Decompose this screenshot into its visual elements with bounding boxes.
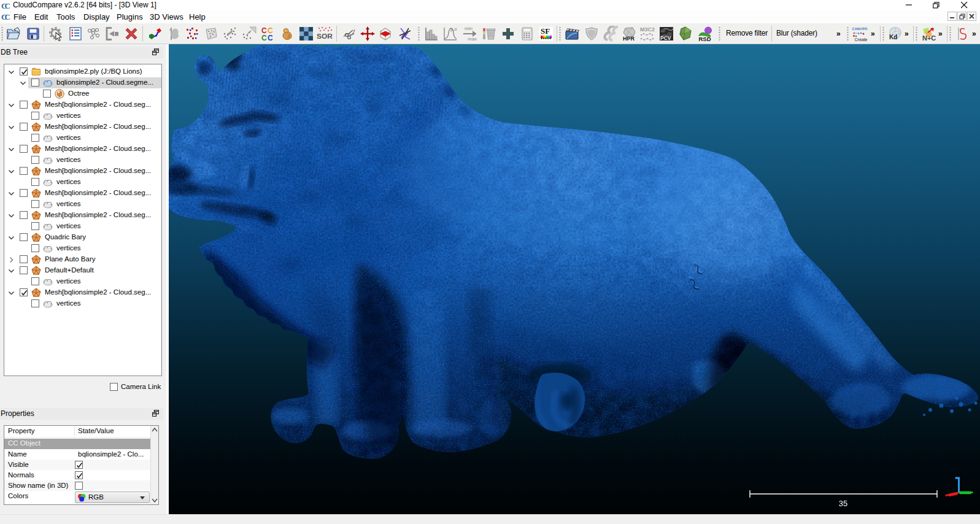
toolbar-remove-filter-button[interactable]: Remove filter bbox=[726, 29, 768, 37]
menu-help[interactable]: Help bbox=[189, 12, 206, 21]
toolbar-overflow-chevron[interactable]: » bbox=[972, 29, 976, 38]
toolbar-overflow-chevron[interactable]: » bbox=[938, 29, 942, 38]
toolbar-clone-button[interactable] bbox=[147, 26, 163, 42]
viewport-3d[interactable]: 35 bbox=[169, 44, 980, 514]
tree-row[interactable]: vertices bbox=[4, 155, 161, 166]
toolbar-overflow-chevron[interactable]: » bbox=[905, 29, 908, 38]
tree-expander-icon[interactable] bbox=[20, 80, 26, 88]
toolbar-pick-rotation-center-button[interactable] bbox=[48, 26, 64, 42]
toolbar-fine-registration-button[interactable] bbox=[222, 26, 238, 42]
tree-checkbox[interactable] bbox=[31, 200, 39, 208]
tree-expander-icon[interactable] bbox=[8, 290, 15, 298]
toolbar-delete-scalar-field-button[interactable] bbox=[481, 26, 497, 42]
tree-checkbox[interactable] bbox=[20, 266, 28, 274]
tree-row[interactable]: vertices bbox=[4, 133, 161, 144]
tree-row[interactable]: vertices bbox=[4, 276, 161, 287]
scroll-up-icon[interactable] bbox=[152, 428, 158, 432]
toolbar-blur-shader-button[interactable]: Blur (shader) bbox=[776, 29, 817, 37]
toolbar-translate-rotate-button[interactable] bbox=[360, 26, 376, 42]
properties-float-icon[interactable] bbox=[152, 410, 159, 418]
scroll-down-icon[interactable] bbox=[152, 498, 158, 503]
toolbar-toggle-console-button[interactable] bbox=[68, 26, 83, 42]
toolbar-canupo-create-button[interactable]: CANUPOCreate bbox=[852, 26, 868, 42]
toolbar-rsd-button[interactable]: RSD bbox=[697, 26, 713, 42]
toolbar-apply-transformation-button[interactable] bbox=[104, 26, 120, 42]
tree-checkbox[interactable] bbox=[20, 145, 28, 153]
toolbar-raise-flag-button[interactable] bbox=[166, 26, 182, 42]
restore-button[interactable] bbox=[929, 0, 943, 10]
tree-checkbox[interactable] bbox=[20, 255, 28, 263]
tree-row[interactable]: Mesh[bqlionsimple2 - Cloud.seg... bbox=[4, 99, 161, 110]
toolbar-clipping-box-button[interactable] bbox=[377, 26, 393, 42]
toolbar-smooth-ss-button[interactable] bbox=[602, 26, 618, 42]
property-checkbox[interactable] bbox=[75, 471, 83, 479]
toolbar-s-curve-button[interactable] bbox=[954, 26, 970, 42]
tree-expander-icon[interactable] bbox=[8, 212, 15, 220]
tree-expander-icon[interactable] bbox=[8, 102, 15, 110]
tree-checkbox[interactable] bbox=[31, 222, 39, 230]
tree-checkbox[interactable] bbox=[20, 167, 28, 175]
tree-row[interactable]: Default+Default bbox=[4, 265, 161, 276]
toolbar-shield-button[interactable] bbox=[584, 26, 600, 42]
tree-row[interactable]: Mesh[bqlionsimple2 - Cloud.seg... bbox=[4, 287, 161, 298]
tree-row[interactable]: vertices bbox=[4, 298, 161, 309]
toolbar-segment-button[interactable] bbox=[397, 26, 413, 42]
tree-expander-icon[interactable] bbox=[8, 190, 15, 198]
mdi-close-button[interactable] bbox=[967, 12, 976, 21]
toolbar-cross-section-button[interactable] bbox=[341, 26, 357, 42]
toolbar-delete-button[interactable] bbox=[123, 26, 139, 42]
tree-expander-icon[interactable] bbox=[8, 124, 15, 132]
tree-row[interactable]: Quadric Bary bbox=[4, 232, 161, 243]
tree-row[interactable]: Mesh[bqlionsimple2 - Cloud.seg... bbox=[4, 144, 161, 155]
toolbar-open-button[interactable] bbox=[6, 26, 21, 42]
tree-checkbox[interactable] bbox=[20, 123, 28, 131]
toolbar-pcv-button[interactable]: PCV bbox=[658, 26, 674, 42]
menu-edit[interactable]: Edit bbox=[34, 12, 48, 21]
toolbar-animation-button[interactable] bbox=[564, 26, 580, 42]
tree-checkbox[interactable] bbox=[20, 101, 28, 109]
toolbar-kd-tree-button[interactable]: Kd bbox=[887, 26, 903, 42]
toolbar-sor-filter-button[interactable]: SOR bbox=[317, 26, 333, 42]
db-tree-float-icon[interactable] bbox=[152, 48, 159, 57]
toolbar-chunk-button[interactable] bbox=[298, 26, 314, 42]
tree-checkbox[interactable] bbox=[31, 178, 39, 186]
camera-link-checkbox[interactable] bbox=[110, 383, 118, 391]
tree-checkbox[interactable] bbox=[31, 244, 39, 252]
toolbar-align-button[interactable] bbox=[241, 26, 257, 42]
tree-row[interactable]: Mesh[bqlionsimple2 - Cloud.seg... bbox=[4, 166, 161, 177]
toolbar-show-scalar-field-button[interactable]: SF bbox=[538, 26, 554, 42]
tree-checkbox[interactable] bbox=[20, 67, 28, 75]
tree-checkbox[interactable] bbox=[31, 299, 39, 307]
toolbar-normals-compute-button[interactable]: N+C bbox=[920, 26, 936, 42]
property-checkbox[interactable] bbox=[75, 482, 83, 490]
tree-row[interactable]: Mesh[bqlionsimple2 - Cloud.seg... bbox=[4, 121, 161, 133]
tree-row[interactable]: vertices bbox=[4, 199, 161, 210]
tree-row[interactable]: Mesh[bqlionsimple2 - Cloud.seg... bbox=[4, 210, 161, 221]
tree-row[interactable]: bqlionsimple2.ply (J:/BQ Lions) bbox=[4, 66, 161, 77]
tree-row[interactable]: bqlionsimple2 - Cloud.segme... bbox=[4, 77, 161, 88]
property-checkbox[interactable] bbox=[75, 461, 83, 469]
colors-dropdown[interactable]: RGB bbox=[75, 491, 150, 503]
menu-display[interactable]: Display bbox=[83, 12, 110, 21]
toolbar-m3c2-button[interactable]: M3C2 bbox=[639, 26, 655, 42]
tree-checkbox[interactable] bbox=[20, 233, 28, 241]
toolbar-minmax-scale-button[interactable]: minmax bbox=[461, 26, 477, 42]
tree-row[interactable]: Plane Auto Bary bbox=[4, 254, 161, 265]
menu-file[interactable]: File bbox=[14, 12, 26, 21]
toolbar-subsample-button[interactable] bbox=[184, 26, 200, 42]
mdi-minimize-button[interactable] bbox=[947, 12, 957, 21]
toolbar-histogram-button[interactable] bbox=[423, 26, 439, 42]
tree-checkbox[interactable] bbox=[43, 90, 51, 98]
tree-row[interactable]: Mesh[bqlionsimple2 - Cloud.seg... bbox=[4, 188, 161, 199]
tree-checkbox[interactable] bbox=[20, 211, 28, 219]
toolbar-gaussian-filter-button[interactable]: μ,σ bbox=[442, 26, 458, 42]
mdi-restore-button[interactable] bbox=[957, 12, 966, 21]
tree-expander-icon[interactable] bbox=[8, 256, 15, 264]
tree-expander-icon[interactable] bbox=[8, 146, 15, 154]
tree-row[interactable]: vertices bbox=[4, 177, 161, 188]
tree-expander-icon[interactable] bbox=[8, 69, 15, 77]
tree-row[interactable]: Octree bbox=[4, 88, 161, 99]
toolbar-mesh-sampling-button[interactable] bbox=[203, 26, 219, 42]
toolbar-overflow-chevron[interactable]: » bbox=[871, 29, 874, 38]
tree-checkbox[interactable] bbox=[31, 277, 39, 285]
